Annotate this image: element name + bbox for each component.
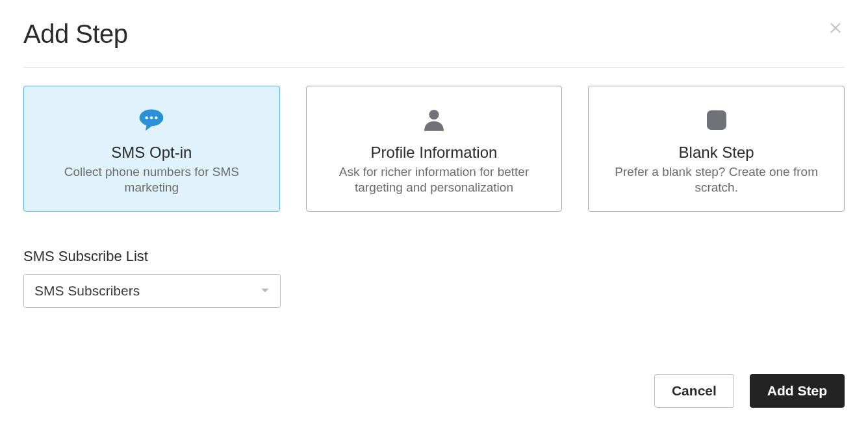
modal-footer: Cancel Add Step: [654, 374, 845, 408]
chevron-down-icon: [261, 285, 270, 297]
close-icon: [828, 27, 843, 37]
card-sms-opt-in[interactable]: SMS Opt-in Collect phone numbers for SMS…: [23, 86, 280, 212]
modal-header: Add Step: [23, 19, 845, 68]
card-description: Collect phone numbers for SMS marketing: [44, 164, 259, 195]
speech-bubble-icon: [137, 106, 166, 134]
card-blank-step[interactable]: Blank Step Prefer a blank step? Create o…: [588, 86, 845, 212]
svg-point-6: [429, 110, 439, 119]
svg-point-3: [146, 116, 148, 119]
sms-subscribe-dropdown[interactable]: SMS Subscribers: [23, 274, 281, 308]
add-step-modal: Add Step SMS Opt-in Coll: [0, 0, 868, 448]
sms-subscribe-label: SMS Subscribe List: [23, 248, 845, 265]
dropdown-selected-value: SMS Subscribers: [34, 283, 261, 299]
card-title: Blank Step: [679, 143, 754, 162]
svg-point-5: [155, 116, 157, 119]
person-icon: [420, 106, 448, 134]
close-button[interactable]: [823, 16, 849, 42]
svg-rect-7: [707, 110, 726, 130]
blank-square-icon: [702, 106, 731, 134]
card-description: Ask for richer information for better ta…: [327, 164, 541, 195]
sms-subscribe-section: SMS Subscribe List SMS Subscribers: [23, 248, 845, 308]
svg-point-4: [150, 116, 153, 119]
card-profile-information[interactable]: Profile Information Ask for richer infor…: [306, 86, 563, 212]
card-title: SMS Opt-in: [111, 143, 192, 162]
cancel-button[interactable]: Cancel: [654, 374, 734, 408]
add-step-button[interactable]: Add Step: [750, 374, 845, 408]
card-description: Prefer a blank step? Create one from scr…: [609, 164, 824, 195]
card-title: Profile Information: [371, 143, 498, 162]
modal-title: Add Step: [23, 19, 845, 49]
step-type-cards: SMS Opt-in Collect phone numbers for SMS…: [23, 86, 845, 212]
